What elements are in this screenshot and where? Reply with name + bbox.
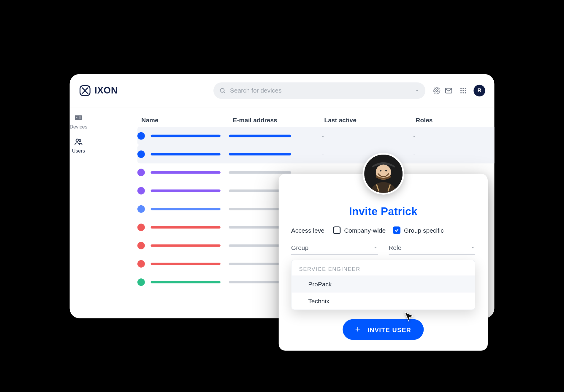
col-email: E-mail address	[233, 116, 316, 123]
svg-point-13	[465, 92, 466, 93]
role-select-label: Role	[389, 244, 401, 251]
group-specific-label: Group specific	[404, 226, 444, 234]
user-status-dot	[137, 242, 145, 249]
caret-down-icon	[373, 245, 378, 250]
user-status-dot	[137, 187, 145, 194]
caret-down-icon	[470, 245, 475, 250]
svg-point-5	[460, 88, 462, 89]
col-name: Name	[141, 116, 224, 123]
user-status-dot	[137, 223, 145, 231]
table-header: Name E-mail address Last active Roles	[87, 111, 494, 127]
invite-user-modal: Invite Patrick Access level Company-wide…	[279, 174, 488, 350]
sidebar-item-devices[interactable]: Devices	[70, 113, 88, 130]
name-placeholder	[150, 134, 220, 137]
svg-point-1	[220, 88, 224, 92]
name-placeholder	[150, 244, 220, 247]
group-select[interactable]: Group	[291, 241, 378, 255]
sidebar-item-label: Devices	[70, 124, 88, 130]
invitee-avatar	[362, 153, 404, 194]
svg-point-9	[462, 90, 464, 91]
user-status-dot	[137, 205, 145, 212]
table-row[interactable]: --	[137, 145, 494, 163]
svg-rect-4	[446, 88, 452, 93]
search-bar[interactable]	[213, 82, 425, 99]
svg-point-7	[465, 88, 466, 89]
company-wide-option[interactable]: Company-wide	[333, 226, 386, 234]
svg-point-6	[462, 88, 464, 89]
sidebar-item-users[interactable]: Users	[72, 137, 85, 154]
modal-title: Invite Patrick	[291, 205, 475, 218]
group-specific-option[interactable]: Group specific	[393, 226, 444, 234]
svg-rect-16	[79, 116, 81, 119]
checkbox-unchecked-icon	[333, 226, 341, 234]
roles-cell: -	[411, 132, 494, 139]
user-status-dot	[137, 169, 145, 176]
name-placeholder	[150, 171, 220, 174]
sidebar: Devices Users	[70, 107, 88, 318]
email-placeholder	[229, 171, 291, 174]
user-status-dot	[137, 278, 145, 286]
ixon-logo-icon	[79, 84, 91, 96]
name-placeholder	[150, 281, 220, 283]
email-placeholder	[229, 153, 291, 155]
svg-point-8	[460, 90, 462, 91]
svg-point-3	[435, 89, 437, 91]
mail-icon[interactable]	[444, 86, 453, 94]
group-select-label: Group	[291, 244, 308, 251]
col-last-active: Last active	[324, 116, 407, 123]
brand-logo: IXON	[79, 84, 118, 96]
dropdown-heading: SERVICE ENGINEER	[291, 260, 475, 275]
checkbox-checked-icon	[393, 226, 400, 234]
svg-point-12	[462, 92, 464, 93]
svg-point-17	[76, 139, 79, 141]
col-roles: Roles	[416, 116, 494, 123]
name-placeholder	[150, 208, 220, 210]
apps-grid-icon[interactable]	[460, 87, 467, 94]
company-wide-label: Company-wide	[344, 226, 386, 234]
svg-point-10	[465, 90, 466, 91]
chevron-down-icon[interactable]	[414, 88, 419, 93]
table-row[interactable]: --	[137, 127, 494, 145]
svg-point-11	[460, 92, 462, 93]
header: IXON	[70, 74, 495, 107]
avatar-initial: R	[477, 87, 481, 93]
devices-icon	[74, 113, 83, 122]
cursor-pointer-icon	[403, 311, 415, 324]
user-status-dot	[137, 150, 145, 158]
name-placeholder	[150, 263, 220, 265]
search-input[interactable]	[230, 87, 411, 94]
users-icon	[74, 137, 83, 146]
gear-icon[interactable]	[433, 87, 440, 94]
name-placeholder	[150, 189, 220, 192]
search-icon	[219, 87, 226, 93]
access-level-label: Access level	[291, 226, 326, 234]
last-active-cell: -	[320, 132, 403, 139]
plus-icon: +	[355, 325, 361, 334]
svg-point-18	[79, 139, 81, 142]
brand-name: IXON	[95, 85, 118, 96]
name-placeholder	[150, 153, 220, 155]
user-status-dot	[137, 260, 145, 267]
dropdown-option[interactable]: Technix	[291, 292, 475, 309]
sidebar-item-label: Users	[72, 148, 85, 154]
group-dropdown: SERVICE ENGINEER ProPackTechnix	[291, 260, 475, 310]
user-status-dot	[137, 132, 145, 139]
user-avatar-badge[interactable]: R	[473, 85, 485, 96]
roles-cell: -	[411, 150, 494, 158]
name-placeholder	[150, 226, 220, 228]
svg-line-2	[224, 91, 225, 93]
role-select[interactable]: Role	[389, 241, 475, 255]
dropdown-option[interactable]: ProPack	[291, 275, 475, 292]
email-placeholder	[229, 134, 291, 137]
invite-button-label: INVITE USER	[367, 326, 411, 333]
